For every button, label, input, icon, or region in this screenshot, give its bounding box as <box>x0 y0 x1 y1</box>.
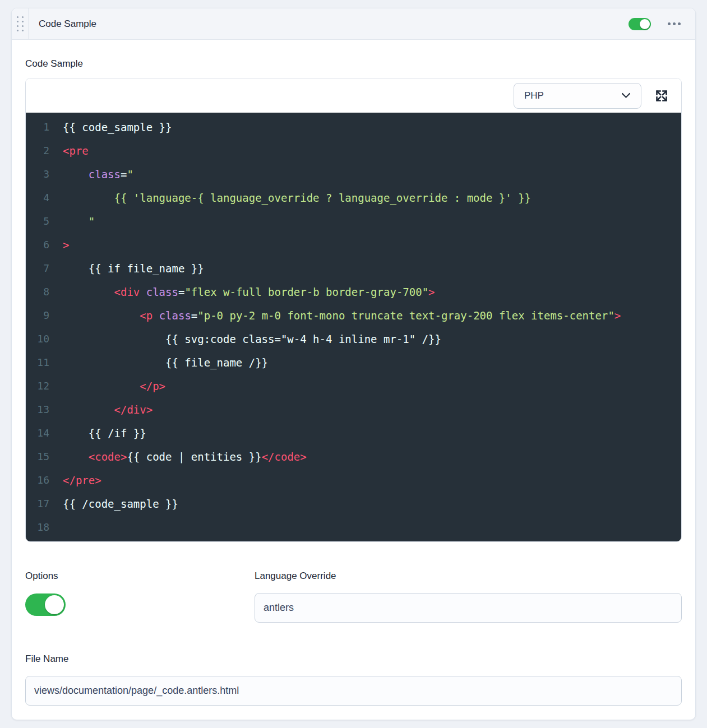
code-line-content: </pre> <box>49 469 101 492</box>
line-number: 10 <box>26 327 49 351</box>
fullscreen-button[interactable] <box>655 89 668 103</box>
code-line: 11 {{ file_name /}} <box>26 351 681 374</box>
code-line-content: " <box>49 210 95 233</box>
code-line: 7 {{ if file_name }} <box>26 257 681 280</box>
file-name-label: File Name <box>25 653 682 665</box>
code-line: 16</pre> <box>26 469 681 492</box>
line-number: 16 <box>26 469 49 492</box>
code-sample-label: Code Sample <box>25 40 682 78</box>
code-line-content: </p> <box>49 374 165 398</box>
code-line: 4 {{ 'language-{ language_override ? lan… <box>26 186 681 210</box>
line-number: 14 <box>26 421 49 445</box>
file-name-block: File Name <box>25 653 682 706</box>
code-line-content: class=" <box>49 163 133 186</box>
fullscreen-icon <box>655 96 668 104</box>
drag-handle[interactable] <box>12 8 29 39</box>
line-number: 5 <box>26 210 49 233</box>
line-number: 18 <box>26 516 49 539</box>
ellipsis-icon <box>668 22 671 25</box>
code-line-content: <pre <box>49 139 89 163</box>
code-line: 9 <p class="p-0 py-2 m-0 font-mono trunc… <box>26 304 681 327</box>
field-body: Code Sample PHP <box>12 40 695 706</box>
code-line-content: <code>{{ code | entities }}</code> <box>49 445 307 469</box>
code-line-content: {{ code_sample }} <box>49 115 172 139</box>
line-number: 4 <box>26 186 49 210</box>
field-header-title: Code Sample <box>29 18 96 30</box>
line-number: 12 <box>26 374 49 398</box>
line-number: 11 <box>26 351 49 374</box>
code-line-content: </div> <box>49 398 153 421</box>
code-sample-field-card: Code Sample Code Sample PHP <box>11 8 696 720</box>
code-line-content: {{ svg:code class="w-4 h-4 inline mr-1" … <box>49 327 441 351</box>
chevron-down-icon <box>621 91 631 101</box>
language-override-label: Language Override <box>255 570 682 582</box>
language-override-input[interactable] <box>255 593 682 623</box>
line-number: 3 <box>26 163 49 186</box>
options-label: Options <box>25 570 241 582</box>
code-line: 17{{ /code_sample }} <box>26 492 681 516</box>
code-line: 18 <box>26 516 681 539</box>
code-line: 2<pre <box>26 139 681 163</box>
code-line-content: <div class="flex w-full border-b border-… <box>49 280 435 304</box>
code-line-content: {{ file_name /}} <box>49 351 268 374</box>
field-header: Code Sample <box>12 8 695 40</box>
code-line: 6> <box>26 233 681 257</box>
line-number: 2 <box>26 139 49 163</box>
line-number: 6 <box>26 233 49 257</box>
options-block: Options <box>25 570 241 623</box>
language-override-block: Language Override <box>255 570 682 623</box>
code-editor-toolbar: PHP <box>26 78 681 113</box>
code-editor-container: PHP <box>25 78 682 542</box>
code-line: 13 </div> <box>26 398 681 421</box>
line-number: 1 <box>26 115 49 139</box>
line-number: 15 <box>26 445 49 469</box>
toggle-knob <box>640 19 650 29</box>
code-line-content: {{ /if }} <box>49 421 146 445</box>
line-number: 8 <box>26 280 49 304</box>
code-line: 12 </p> <box>26 374 681 398</box>
line-number: 9 <box>26 304 49 327</box>
line-number: 13 <box>26 398 49 421</box>
header-actions <box>629 8 695 39</box>
code-line: 10 {{ svg:code class="w-4 h-4 inline mr-… <box>26 327 681 351</box>
language-select-value: PHP <box>524 90 544 101</box>
code-line: 1{{ code_sample }} <box>26 115 681 139</box>
code-line-content: {{ if file_name }} <box>49 257 204 280</box>
code-line: 3 class=" <box>26 163 681 186</box>
drag-handle-icon <box>17 16 24 31</box>
file-name-input[interactable] <box>25 676 682 706</box>
options-row: Options Language Override <box>25 570 682 623</box>
code-line-content: {{ 'language-{ language_override ? langu… <box>49 186 531 210</box>
toggle-knob <box>45 595 64 614</box>
code-line: 15 <code>{{ code | entities }}</code> <box>26 445 681 469</box>
line-number: 17 <box>26 492 49 516</box>
line-number: 7 <box>26 257 49 280</box>
code-line-content <box>49 516 63 539</box>
options-toggle[interactable] <box>25 593 66 616</box>
code-line: 8 <div class="flex w-full border-b borde… <box>26 280 681 304</box>
ellipsis-menu-button[interactable] <box>668 19 681 29</box>
code-line: 5 " <box>26 210 681 233</box>
code-line: 14 {{ /if }} <box>26 421 681 445</box>
code-line-content: > <box>49 233 69 257</box>
code-editor[interactable]: 1{{ code_sample }}2<pre3 class="4 {{ 'la… <box>26 113 681 541</box>
code-line-content: {{ /code_sample }} <box>49 492 178 516</box>
field-enabled-toggle[interactable] <box>629 18 651 30</box>
language-select[interactable]: PHP <box>514 83 641 109</box>
code-line-content: <p class="p-0 py-2 m-0 font-mono truncat… <box>49 304 621 327</box>
